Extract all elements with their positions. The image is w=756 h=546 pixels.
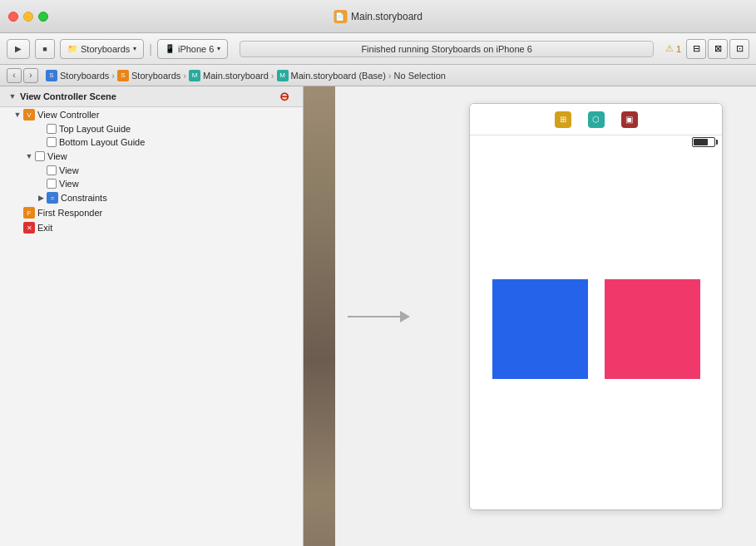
breadcrumb-forward[interactable]: › xyxy=(23,68,38,83)
breadcrumb-label-4: Main.storyboard (Base) xyxy=(291,71,386,81)
breadcrumb-sep-3: › xyxy=(271,71,274,81)
exit-icon: ✕ xyxy=(23,222,35,234)
top-layout-label: Top Layout Guide xyxy=(59,124,131,134)
breadcrumb-back[interactable]: ‹ xyxy=(7,68,22,83)
sidebar-item-bottom-layout-guide[interactable]: Bottom Layout Guide xyxy=(0,135,303,149)
iphone-mockup: ⊞ ⬡ ▣ xyxy=(469,103,723,510)
breadcrumb-item-2[interactable]: S Storyboards xyxy=(117,70,180,81)
view-child1-checkbox-icon xyxy=(47,165,57,175)
iphone-toolbar-icon-1: ⊞ xyxy=(555,111,571,128)
constraints-toggle[interactable]: ▶ xyxy=(35,192,47,204)
warning-indicator[interactable]: ⚠ 1 xyxy=(665,43,681,54)
entry-arrow xyxy=(343,304,410,329)
minimize-button[interactable] xyxy=(23,12,33,22)
breadcrumb-label-5: No Selection xyxy=(394,71,446,81)
debug-toggle[interactable]: ⊠ xyxy=(708,39,728,59)
play-icon: ▶ xyxy=(15,44,22,53)
scheme-selector[interactable]: 📁 Storyboards ▾ xyxy=(60,39,144,59)
breadcrumb-item-3[interactable]: M Main.storyboard xyxy=(189,70,269,81)
view-parent-checkbox-icon xyxy=(35,151,45,161)
title-bar: 📄 Main.storyboard xyxy=(0,0,756,33)
iphone-status-bar xyxy=(665,135,715,149)
iphone-toolbar-icon-3: ▣ xyxy=(621,111,638,128)
toolbar: ▶ ■ 📁 Storyboards ▾ | 📱 iPhone 6 ▾ Finis… xyxy=(0,33,756,65)
scene-header[interactable]: ▼ View Controller Scene ⊖ xyxy=(0,86,303,107)
breadcrumb-item-4[interactable]: M Main.storyboard (Base) xyxy=(277,70,386,81)
breadcrumb-icon-1: S xyxy=(46,70,57,81)
breadcrumb-label-2: Storyboards xyxy=(131,71,180,81)
constraints-label: Constraints xyxy=(61,193,107,203)
vc-toggle[interactable]: ▼ xyxy=(12,109,23,121)
status-text: Finished running Storyboards on iPhone 6 xyxy=(361,44,531,54)
view-child1-label: View xyxy=(59,165,79,175)
title-bar-file-icon: 📄 xyxy=(334,10,347,23)
bottom-layout-label: Bottom Layout Guide xyxy=(59,137,145,147)
navigator-toggle[interactable]: ⊟ xyxy=(686,39,706,59)
scene-remove-btn[interactable]: ⊖ xyxy=(279,90,289,103)
sidebar-item-view-controller[interactable]: ▼ V View Controller xyxy=(0,107,303,122)
breadcrumb-nav: ‹ › xyxy=(7,68,38,83)
run-button[interactable]: ▶ xyxy=(7,39,30,59)
view-child2-label: View xyxy=(59,179,79,189)
breadcrumb-icon-2: S xyxy=(117,70,129,81)
breadcrumb-sep-1: › xyxy=(111,71,115,81)
constraints-icon: = xyxy=(47,192,58,204)
breadcrumb-label-3: Main.storyboard xyxy=(203,71,269,81)
fr-icon: F xyxy=(23,207,35,219)
breadcrumb-sep-2: › xyxy=(183,71,186,81)
blue-view-box xyxy=(492,279,588,379)
sidebar-item-exit[interactable]: ▶ ✕ Exit xyxy=(0,220,303,235)
iphone-toolbar-icon-2: ⬡ xyxy=(588,111,605,128)
destination-selector[interactable]: 📱 iPhone 6 ▾ xyxy=(157,39,228,59)
breadcrumb-icon-3: M xyxy=(189,70,200,81)
view-parent-label: View xyxy=(47,151,67,161)
breadcrumb-label-1: Storyboards xyxy=(60,71,109,81)
canvas-area: ⊞ ⬡ ▣ xyxy=(304,86,756,546)
status-bar: Finished running Storyboards on iPhone 6 xyxy=(240,41,653,57)
warning-icon: ⚠ xyxy=(665,43,674,54)
scheme-label: Storyboards xyxy=(81,44,130,54)
stop-button[interactable]: ■ xyxy=(35,39,55,59)
iphone-toolbar: ⊞ ⬡ ▣ xyxy=(470,104,722,135)
window-title-area: 📄 Main.storyboard xyxy=(334,10,422,23)
battery-icon xyxy=(692,137,715,147)
sidebar-item-top-layout-guide[interactable]: Top Layout Guide xyxy=(0,122,303,135)
close-button[interactable] xyxy=(8,12,18,22)
vc-label: View Controller xyxy=(37,110,99,120)
bottom-layout-checkbox-icon xyxy=(47,137,57,147)
stop-icon: ■ xyxy=(42,45,47,53)
sidebar-item-view-child1[interactable]: View xyxy=(0,164,303,177)
main-content: ▼ View Controller Scene ⊖ ▼ V View Contr… xyxy=(0,86,756,546)
fr-label: First Responder xyxy=(37,208,102,218)
scene-toggle[interactable]: ▼ xyxy=(7,91,18,102)
pink-view-box xyxy=(605,279,700,379)
view-parent-toggle[interactable]: ▼ xyxy=(23,150,35,162)
traffic-lights xyxy=(0,12,48,22)
battery-fill xyxy=(694,139,708,145)
toolbar-right-buttons: ⊟ ⊠ ⊡ xyxy=(686,39,749,59)
window-title: Main.storyboard xyxy=(351,11,422,22)
sidebar-item-first-responder[interactable]: ▶ F First Responder xyxy=(0,205,303,220)
sidebar: ▼ View Controller Scene ⊖ ▼ V View Contr… xyxy=(0,86,304,546)
maximize-button[interactable] xyxy=(38,12,48,22)
breadcrumb-bar: ‹ › S Storyboards › S Storyboards › M Ma… xyxy=(0,65,756,86)
destination-label: iPhone 6 xyxy=(178,44,214,54)
breadcrumb-icon-4: M xyxy=(277,70,289,81)
exit-label: Exit xyxy=(37,223,52,233)
svg-marker-1 xyxy=(400,311,410,322)
utilities-toggle[interactable]: ⊡ xyxy=(729,39,749,59)
view-child2-checkbox-icon xyxy=(47,179,57,189)
vc-icon: V xyxy=(23,109,35,121)
scene-header-label: View Controller Scene xyxy=(20,91,116,101)
breadcrumb-item-5: No Selection xyxy=(394,71,446,81)
warning-count: 1 xyxy=(676,44,681,54)
sidebar-item-view-child2[interactable]: View xyxy=(0,177,303,190)
top-layout-checkbox-icon xyxy=(47,124,57,134)
breadcrumb-item-1[interactable]: S Storyboards xyxy=(46,70,109,81)
breadcrumb-sep-4: › xyxy=(388,71,392,81)
bg-decoration xyxy=(304,86,335,546)
iphone-content xyxy=(470,149,722,509)
sidebar-item-constraints[interactable]: ▶ = Constraints xyxy=(0,190,303,205)
sidebar-item-view-parent[interactable]: ▼ View xyxy=(0,149,303,164)
